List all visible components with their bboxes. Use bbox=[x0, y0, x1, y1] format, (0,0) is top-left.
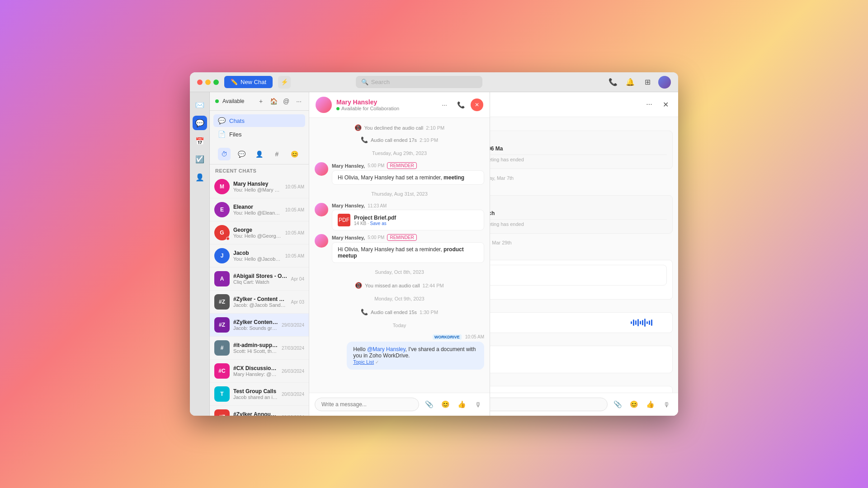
home-icon[interactable]: 🏠 bbox=[269, 97, 278, 106]
mention-link[interactable]: @Mary Hansley bbox=[367, 346, 406, 352]
call-icon[interactable]: 📞 bbox=[607, 76, 619, 89]
chat-preview: Jacob: Sounds great!!... bbox=[233, 325, 278, 331]
filter-emoji-icon[interactable]: 😊 bbox=[288, 148, 301, 160]
sent-time: 10:05 AM bbox=[465, 334, 484, 340]
chat-info: George You: Hello @George, I'v... bbox=[233, 227, 282, 239]
voice-record-icon[interactable]: 🎙 bbox=[660, 398, 673, 411]
chat-time: 29/03/2024 bbox=[282, 323, 304, 328]
close-traffic-light[interactable] bbox=[197, 80, 203, 85]
list-item[interactable]: #Z #Zylker Announcements Patricia: Job O… bbox=[210, 406, 309, 416]
user-avatar[interactable] bbox=[658, 76, 671, 89]
message-bubble: Hi Olivia, Mary Hansley had set a remind… bbox=[332, 242, 484, 263]
attachment-icon[interactable]: 📎 bbox=[611, 398, 624, 411]
minimize-traffic-light[interactable] bbox=[205, 80, 211, 85]
list-item[interactable]: #Z #Zylker Content Marketing Jacob: Soun… bbox=[210, 314, 309, 337]
message-row: Mary Hansley, 5:00 PM REMINDER Hi Olivia… bbox=[315, 162, 484, 185]
chat-preview: Scott: Hi Scott, thank... bbox=[233, 348, 278, 354]
emoji-icon[interactable]: 😊 bbox=[627, 398, 640, 411]
chat-preview: You: Hello @Jacob, I've... bbox=[233, 256, 282, 262]
filter-time-icon[interactable]: ⏱ bbox=[218, 148, 231, 160]
message-bubble-area: Mary Hansley, 5:00 PM REMINDER Hi Olivia… bbox=[332, 234, 484, 263]
filter-user-icon[interactable]: 👤 bbox=[253, 148, 266, 160]
voice-record-icon[interactable]: 🎙 bbox=[472, 398, 484, 411]
channel-close-icon[interactable]: ✕ bbox=[659, 98, 672, 111]
chat-nav-icon[interactable]: 💬 bbox=[193, 116, 207, 130]
sidebar: Available + 🏠 @ ··· 💬 Chats 📄 Files bbox=[210, 92, 309, 416]
list-item[interactable]: M Mary Hansley You: Hello @Mary Hansl...… bbox=[210, 175, 309, 198]
message-time: 11:23 AM bbox=[368, 203, 387, 208]
popup-user-avatar bbox=[316, 97, 332, 113]
date-separator: Monday, Oct 9th, 2023 bbox=[315, 293, 484, 304]
chat-preview: You: Hello @Eleanor, I'v... bbox=[233, 210, 282, 216]
add-icon[interactable]: + bbox=[256, 97, 265, 106]
sidebar-nav: 💬 Chats 📄 Files bbox=[210, 111, 309, 144]
message-avatar bbox=[315, 203, 328, 216]
more-icon[interactable]: ··· bbox=[294, 97, 303, 106]
tasks-icon[interactable]: ☑️ bbox=[193, 152, 207, 166]
missed-call-icon: 📵 bbox=[355, 282, 362, 289]
list-item[interactable]: A #Abigail Stores - Orders Channel Cliq … bbox=[210, 267, 309, 291]
chat-name: Eleanor bbox=[233, 204, 282, 210]
chat-name: George bbox=[233, 227, 282, 233]
message-avatar bbox=[315, 162, 328, 176]
attachment-icon[interactable]: 📎 bbox=[423, 398, 435, 411]
at-icon[interactable]: @ bbox=[282, 97, 291, 106]
calendar-icon[interactable]: 📅 bbox=[193, 134, 207, 148]
chat-name: #Zylker - Content Marketing bbox=[233, 296, 288, 302]
chat-info: Jacob You: Hello @Jacob, I've... bbox=[233, 250, 282, 262]
app-window: ✏️ New Chat ⚡ 🔍 Search 📞 🔔 ⊞ ✉️ 💬 📅 ☑️ 👤 bbox=[190, 72, 678, 416]
save-as-link[interactable]: Save as bbox=[370, 221, 387, 226]
system-msg-text: You declined the audio call bbox=[364, 125, 423, 131]
maximize-traffic-light[interactable] bbox=[213, 80, 219, 85]
notification-icon[interactable]: 🔔 bbox=[624, 76, 637, 89]
chat-name: #CX Discussion : @Marketing bbox=[233, 365, 278, 371]
list-item[interactable]: E Eleanor You: Hello @Eleanor, I'v... 10… bbox=[210, 198, 309, 221]
call-icon[interactable]: 📞 bbox=[454, 99, 467, 111]
system-message: 📞 Audio call ended 15s 1:30 PM bbox=[315, 308, 484, 316]
popup-close-button[interactable]: ✕ bbox=[471, 99, 483, 111]
filter-hash-icon[interactable]: # bbox=[271, 148, 283, 160]
system-msg-text: You missed an audio call bbox=[365, 283, 420, 288]
list-item[interactable]: #Z #Zylker - Content Marketing Jacob: @J… bbox=[210, 291, 309, 314]
list-item[interactable]: G George You: Hello @George, I'v... 10:0… bbox=[210, 221, 309, 244]
search-icon: 🔍 bbox=[361, 79, 368, 85]
topic-list-link[interactable]: Topic List bbox=[353, 359, 374, 365]
chat-preview: You: Hello @Mary Hansl... bbox=[233, 187, 282, 192]
file-attachment: PDF Project Brief.pdf 14 KB · Save as bbox=[332, 210, 484, 230]
sidebar-item-files[interactable]: 📄 Files bbox=[213, 128, 305, 141]
layout-icon[interactable]: ⊞ bbox=[641, 76, 654, 89]
filter-chat-icon[interactable]: 💬 bbox=[236, 148, 248, 160]
system-msg-time: 2:10 PM bbox=[420, 137, 438, 143]
file-name: Project Brief.pdf bbox=[354, 215, 478, 221]
system-msg-time: 2:10 PM bbox=[426, 125, 444, 131]
mail-icon[interactable]: ✉️ bbox=[193, 98, 207, 112]
compose-icon: ✏️ bbox=[231, 79, 238, 85]
avatar: #Z bbox=[214, 317, 230, 333]
thumbs-up-icon[interactable]: 👍 bbox=[644, 398, 656, 411]
lightning-button[interactable]: ⚡ bbox=[278, 76, 291, 89]
message-bubble-area: Mary Hansley, 5:00 PM REMINDER Hi Olivia… bbox=[332, 162, 484, 185]
message-row: Mary Hansley, 11:23 AM PDF Project Brief… bbox=[315, 203, 484, 230]
files-label: Files bbox=[229, 131, 241, 138]
thumbs-up-icon[interactable]: 👍 bbox=[455, 398, 468, 411]
chat-name: #Zylker Content Marketing bbox=[233, 319, 278, 325]
list-item[interactable]: #C #CX Discussion : @Marketing Mary Hans… bbox=[210, 360, 309, 383]
chat-time: 10:05 AM bbox=[285, 253, 304, 258]
channel-more-icon[interactable]: ··· bbox=[643, 98, 656, 111]
message-input[interactable] bbox=[315, 398, 419, 411]
more-options-icon[interactable]: ··· bbox=[438, 99, 451, 111]
new-chat-button[interactable]: ✏️ New Chat bbox=[224, 76, 273, 88]
list-item[interactable]: J Jacob You: Hello @Jacob, I've... 10:05… bbox=[210, 244, 309, 267]
voice-waveform bbox=[631, 318, 667, 327]
contacts-icon[interactable]: 👤 bbox=[193, 170, 207, 184]
sidebar-item-chats[interactable]: 💬 Chats bbox=[213, 114, 305, 127]
list-item[interactable]: T Test Group Calls Jacob shared an imag.… bbox=[210, 383, 309, 406]
avatar: E bbox=[214, 202, 230, 217]
avatar: # bbox=[214, 340, 230, 356]
chat-info: #Zylker Content Marketing Jacob: Sounds … bbox=[233, 319, 278, 331]
list-item[interactable]: # #it-admin-support Scott: Hi Scott, tha… bbox=[210, 337, 309, 360]
chat-preview: Cliq Cart: Watch bbox=[233, 279, 288, 285]
chat-messages: 📵 You declined the audio call 2:10 PM 📞 … bbox=[309, 118, 490, 393]
search-bar[interactable]: 🔍 Search bbox=[356, 76, 482, 88]
emoji-icon[interactable]: 😊 bbox=[439, 398, 452, 411]
